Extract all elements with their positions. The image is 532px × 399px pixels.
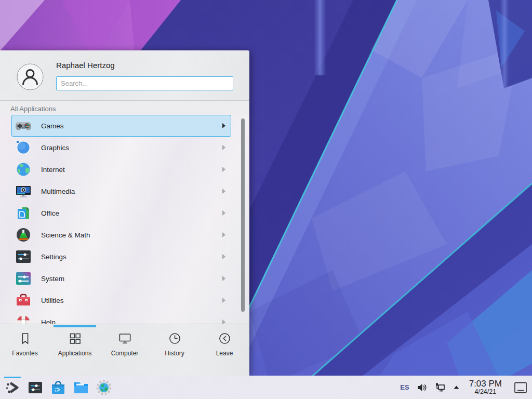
system-settings-icon <box>27 379 44 396</box>
computer-icon <box>118 331 132 345</box>
category-row-utilities[interactable]: Utilities <box>11 289 231 311</box>
volume-icon[interactable] <box>416 382 428 393</box>
file-manager-button[interactable] <box>72 377 90 398</box>
category-label: Internet <box>41 166 222 174</box>
digital-clock[interactable]: 7:03 PM 4/24/21 <box>469 379 502 395</box>
system-icon <box>15 270 32 287</box>
category-row-multimedia[interactable]: Multimedia <box>11 180 231 202</box>
category-label: Settings <box>41 253 222 261</box>
expand-tray-icon[interactable] <box>453 383 460 391</box>
tab-favorites[interactable]: Favorites <box>0 331 50 376</box>
submenu-arrow-icon <box>222 167 225 172</box>
submenu-arrow-icon <box>222 210 225 216</box>
tab-label: Computer <box>111 350 139 357</box>
internet-icon <box>15 161 32 178</box>
user-name: Raphael Hertzog <box>56 61 115 70</box>
search-input[interactable] <box>56 76 233 90</box>
category-row-graphics[interactable]: Graphics <box>11 137 231 158</box>
submenu-arrow-icon <box>222 254 225 259</box>
tab-label: Favorites <box>12 350 37 357</box>
submenu-arrow-icon <box>222 145 225 150</box>
tab-label: History <box>165 350 184 357</box>
science-math-icon <box>15 227 32 243</box>
section-label: All Applications <box>0 101 249 115</box>
application-launcher-menu: Raphael Hertzog All Applications <box>0 50 249 376</box>
launcher-tab-bar: Favorites Applications Computer <box>0 324 249 376</box>
list-scrollbar[interactable] <box>241 118 245 312</box>
submenu-arrow-icon <box>222 298 225 303</box>
tab-computer[interactable]: Computer <box>100 331 150 376</box>
show-desktop-icon[interactable] <box>514 381 528 394</box>
web-browser-button[interactable] <box>95 377 113 398</box>
desktop: Raphael Hertzog All Applications <box>0 0 532 399</box>
category-label: Graphics <box>41 144 222 152</box>
category-label: System <box>41 275 222 283</box>
clock-time: 7:03 PM <box>469 379 502 389</box>
system-settings-button[interactable] <box>26 377 45 398</box>
category-row-settings[interactable]: Settings <box>11 246 231 268</box>
taskbar-panel: ES 7:03 PM 4/24/21 <box>0 376 532 399</box>
category-label: Multimedia <box>41 188 222 195</box>
category-row-internet[interactable]: Internet <box>11 158 231 180</box>
submenu-arrow-icon <box>222 276 225 281</box>
tab-label: Applications <box>58 350 92 357</box>
help-icon <box>15 314 32 324</box>
category-row-games[interactable]: Games <box>11 115 231 137</box>
system-tray: ES 7:03 PM 4/24/21 <box>400 379 528 395</box>
favorites-icon <box>18 331 32 345</box>
tab-leave[interactable]: Leave <box>200 331 249 376</box>
file-manager-icon <box>73 379 89 396</box>
web-browser-icon <box>96 379 112 396</box>
keyboard-layout-indicator[interactable]: ES <box>400 383 409 391</box>
category-label: Help <box>41 318 222 324</box>
graphics-icon <box>15 139 32 156</box>
category-label: Science & Math <box>41 231 222 239</box>
application-category-list: Games Graphics <box>0 115 249 324</box>
history-icon <box>168 331 182 345</box>
discover-icon <box>50 379 66 396</box>
category-label: Games <box>41 122 222 130</box>
multimedia-icon <box>15 183 32 200</box>
submenu-arrow-icon <box>222 320 225 324</box>
applications-icon <box>68 331 82 345</box>
submenu-arrow-icon <box>222 123 225 128</box>
tab-applications[interactable]: Applications <box>50 331 100 376</box>
utilities-icon <box>15 292 32 309</box>
tab-history[interactable]: History <box>150 331 200 376</box>
leave-icon <box>218 331 232 345</box>
category-row-science-math[interactable]: Science & Math <box>11 224 231 246</box>
tab-label: Leave <box>216 350 233 357</box>
application-launcher-icon <box>4 379 21 396</box>
launcher-header: Raphael Hertzog <box>0 50 249 101</box>
submenu-arrow-icon <box>222 189 225 194</box>
games-icon <box>15 117 32 134</box>
discover-button[interactable] <box>49 377 68 398</box>
category-row-office[interactable]: Office <box>11 202 231 224</box>
submenu-arrow-icon <box>222 232 225 237</box>
category-row-help[interactable]: Help <box>11 311 231 324</box>
category-row-system[interactable]: System <box>11 268 231 289</box>
user-avatar-icon[interactable] <box>17 63 44 90</box>
clock-date: 4/24/21 <box>469 389 502 395</box>
settings-icon <box>15 248 32 265</box>
category-label: Utilities <box>41 297 222 304</box>
wired-network-icon[interactable] <box>434 382 446 393</box>
category-label: Office <box>41 209 222 217</box>
office-icon <box>15 205 32 221</box>
application-launcher-button[interactable] <box>3 377 22 398</box>
